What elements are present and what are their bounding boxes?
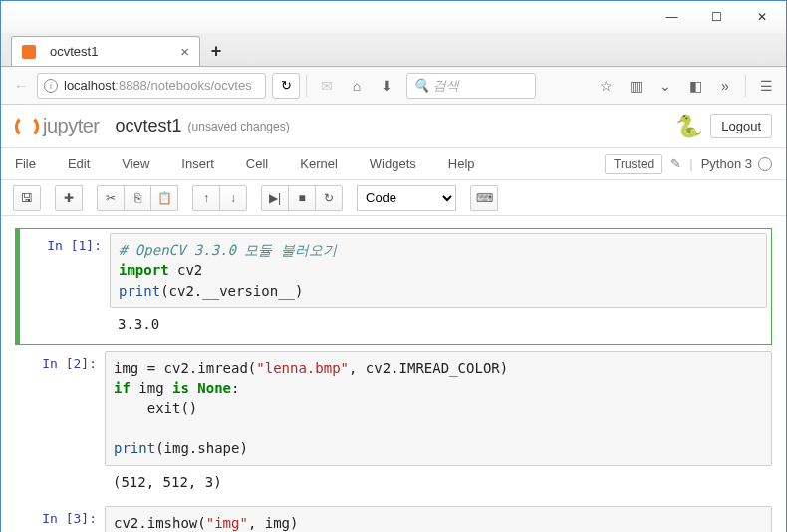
input-prompt: In [1]: [20,233,110,308]
menu-help[interactable]: Help [448,152,491,175]
browser-tab-strip: ocvtest1 × + [1,33,786,67]
window-titlebar: — ☐ ✕ [1,1,786,33]
logout-button[interactable]: Logout [710,114,772,138]
code-cell[interactable]: In [3]: cv2.imshow("img", img) cv2.waitK… [15,504,772,532]
command-palette-button[interactable]: ⌨ [470,185,498,211]
sidebar-button[interactable]: ◧ [681,72,709,100]
code-input[interactable]: cv2.imshow("img", img) cv2.waitKey(0) cv… [105,506,772,532]
hamburger-menu-button[interactable]: ☰ [752,72,780,100]
menu-cell[interactable]: Cell [246,152,284,175]
overflow-button[interactable]: » [711,72,739,100]
jupyter-favicon [22,45,36,59]
jupyter-header: jupyter ocvtest1 (unsaved changes) 🐍 Log… [1,105,786,148]
jupyter-logo[interactable]: jupyter [15,115,100,138]
interrupt-button[interactable]: ■ [288,185,316,211]
menu-kernel[interactable]: Kernel [300,152,354,175]
insert-cell-button[interactable]: ✚ [55,185,83,211]
move-down-button[interactable]: ↓ [219,185,247,211]
new-tab-button[interactable]: + [200,36,232,66]
disabled-send-icon: ✉ [313,72,341,100]
menu-edit[interactable]: Edit [68,152,106,175]
jupyter-toolbar: 🖫 ✚ ✂ ⎘ 📋 ↑ ↓ ▶| ■ ↻ Code ⌨ [1,180,786,216]
copy-button[interactable]: ⎘ [124,185,151,211]
cell-output: (512, 512, 3) [105,466,772,498]
cell-type-select[interactable]: Code [357,185,456,211]
jupyter-menubar: File Edit View Insert Cell Kernel Widget… [1,148,786,180]
restart-button[interactable]: ↻ [315,185,343,211]
paste-button[interactable]: 📋 [150,185,178,211]
input-prompt: In [2]: [15,351,105,465]
reload-button[interactable]: ↻ [272,73,300,99]
downloads-button[interactable]: ⬇ [373,72,400,100]
code-cell[interactable]: In [1]: # OpenCV 3.3.0 모듈 불러오기 import cv… [15,228,772,345]
home-button[interactable]: ⌂ [343,72,371,100]
run-button[interactable]: ▶| [261,185,289,211]
pocket-button[interactable]: ⌄ [652,72,679,100]
library-button[interactable]: ▥ [622,72,650,100]
menu-insert[interactable]: Insert [181,152,230,175]
window-maximize-button[interactable]: ☐ [694,3,739,31]
notebook-name[interactable]: ocvtest1 [116,116,182,136]
window-minimize-button[interactable]: — [650,3,694,31]
save-status: (unsaved changes) [188,120,290,133]
menu-view[interactable]: View [122,152,165,175]
site-info-icon[interactable]: i [44,79,58,93]
browser-tab[interactable]: ocvtest1 × [11,36,200,66]
notebook-container[interactable]: In [1]: # OpenCV 3.3.0 모듈 불러오기 import cv… [1,216,786,532]
bookmark-button[interactable]: ☆ [592,72,620,100]
search-input[interactable]: 🔍 검색 [406,73,536,99]
input-prompt: In [3]: [15,506,105,532]
menu-file[interactable]: File [15,152,52,175]
jupyter-logo-text: jupyter [43,115,100,137]
search-icon: 🔍 [413,78,429,93]
python-logo-icon: 🐍 [675,114,702,139]
output-prompt [20,308,110,340]
window-close-button[interactable]: ✕ [739,3,784,31]
kernel-name: Python 3 [701,156,752,171]
code-cell[interactable]: In [2]: img = cv2.imread("lenna.bmp", cv… [15,349,772,500]
kernel-indicator[interactable]: Python 3 [701,156,772,171]
url-input[interactable]: i localhost:8888/notebooks/ocvtes [37,73,266,99]
output-prompt [15,466,105,498]
code-input[interactable]: # OpenCV 3.3.0 모듈 불러오기 import cv2 print(… [110,233,767,308]
code-input[interactable]: img = cv2.imread("lenna.bmp", cv2.IMREAD… [105,351,772,465]
browser-address-bar: ← i localhost:8888/notebooks/ocvtes ↻ ✉ … [1,67,786,105]
cell-output: 3.3.0 [110,308,767,340]
edit-icon[interactable]: ✎ [670,156,681,171]
trusted-indicator[interactable]: Trusted [605,154,662,174]
tab-title: ocvtest1 [50,44,166,59]
jupyter-logo-icon [15,115,39,138]
menu-widgets[interactable]: Widgets [370,152,432,175]
move-up-button[interactable]: ↑ [192,185,220,211]
url-text: localhost:8888/notebooks/ocvtes [64,78,252,93]
cut-button[interactable]: ✂ [97,185,125,211]
back-button[interactable]: ← [7,72,35,100]
save-button[interactable]: 🖫 [13,185,41,211]
tab-close-icon[interactable]: × [180,43,189,60]
search-placeholder: 검색 [433,77,459,95]
kernel-status-icon [758,157,772,171]
